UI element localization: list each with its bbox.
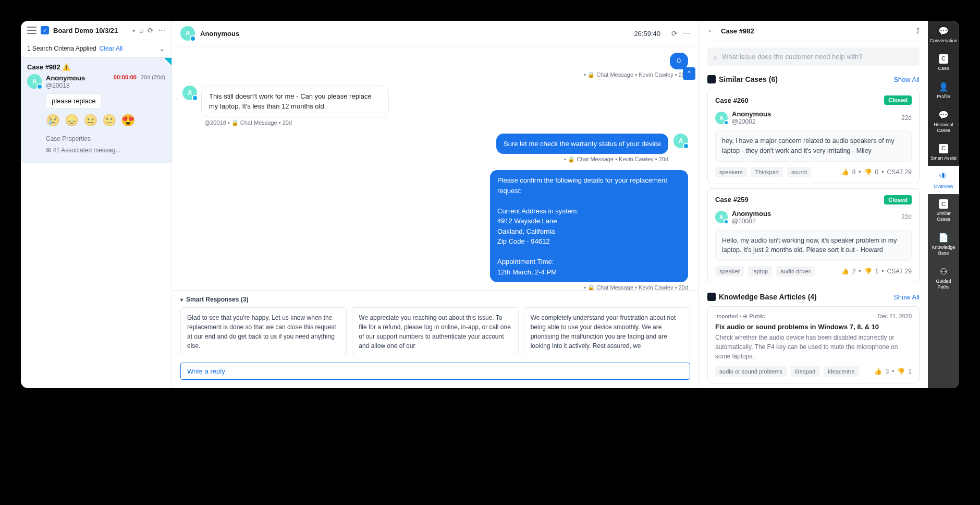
refresh-icon[interactable]: ⟳ xyxy=(671,29,678,38)
case-user-name: Anonymous xyxy=(46,74,109,82)
kb-article-desc: Check whether the audio device has been … xyxy=(715,333,912,361)
collapse-icon[interactable]: ⌄ xyxy=(159,44,165,53)
smart-response-card[interactable]: We completely understand your frustratio… xyxy=(524,307,690,355)
rail-smart-assist[interactable]: CSmart Assist xyxy=(928,139,959,166)
associated-messages-link[interactable]: ✉ 41 Associated messag... xyxy=(46,145,165,157)
kb-title: Knowledge Base Articles (4) xyxy=(719,293,817,301)
kb-article-title[interactable]: Fix audio or sound problems in Windows 7… xyxy=(715,323,912,331)
csat-score: CSAT 29 xyxy=(887,169,912,176)
message-meta: • 🔒 Chat Message • Kevin Cawley • 20d xyxy=(182,284,688,290)
smart-response-card[interactable]: Glad to see that you're happy. Let us kn… xyxy=(180,307,347,355)
more-icon[interactable]: ⋯ xyxy=(158,26,165,34)
show-all-link[interactable]: Show All xyxy=(893,293,920,301)
case-link[interactable]: Case #260 xyxy=(715,97,749,104)
smart-response-card[interactable]: We appreciate you reaching out about thi… xyxy=(352,307,518,355)
emoji-sad-icon[interactable]: 😞 xyxy=(65,114,78,127)
tag[interactable]: ideapad xyxy=(791,366,819,377)
reply-input-container[interactable] xyxy=(180,363,690,380)
avatar: A xyxy=(180,26,195,41)
case-link[interactable]: Case #259 xyxy=(715,196,749,203)
case-icon: C xyxy=(939,54,948,64)
message-bubble: This still doesn't work for me - Can you… xyxy=(201,86,389,117)
message-meta: @20018 • 🔒 Chat Message • 20d xyxy=(204,119,688,126)
similar-case-card[interactable]: Case #259 Closed A Anonymous @20002 22d … xyxy=(707,188,920,284)
conversation-icon: 💬 xyxy=(938,26,949,36)
rail-conversation[interactable]: 💬Conversation xyxy=(928,21,959,49)
csat-score: CSAT 29 xyxy=(887,268,912,275)
tag[interactable]: speaker xyxy=(715,266,744,276)
avatar: A xyxy=(715,211,728,223)
profile-icon: 👤 xyxy=(938,82,949,92)
message-meta: • 🔒 Chat Message • Kevin Cawley • 20d xyxy=(182,156,668,163)
status-badge: Closed xyxy=(884,95,912,105)
clear-all-link[interactable]: Clear All xyxy=(100,45,123,52)
paths-icon: ⚇ xyxy=(940,267,947,276)
issue-search-input[interactable]: ⌕ What issue does the customer need help… xyxy=(707,47,920,66)
tag[interactable]: laptop xyxy=(748,266,772,276)
kb-date: Dec 21, 2020 xyxy=(878,313,912,320)
scroll-top-button[interactable]: ⌃ xyxy=(683,67,695,80)
refresh-icon[interactable]: ⟳ xyxy=(148,26,154,34)
emoji-row[interactable]: 😢 😞 😐 🙂 😍 xyxy=(27,114,165,127)
avatar: A xyxy=(182,86,197,100)
chevron-down-icon[interactable]: ▾ xyxy=(132,28,135,33)
reply-input[interactable] xyxy=(187,367,683,375)
show-all-link[interactable]: Show All xyxy=(893,76,920,83)
message-chip: please replace xyxy=(46,93,102,109)
emoji-neutral-icon[interactable]: 😐 xyxy=(83,114,97,127)
emoji-hearteyes-icon[interactable]: 😍 xyxy=(121,114,134,127)
tag[interactable]: ideacentre xyxy=(824,366,859,377)
similar-case-card[interactable]: Case #260 Closed A Anonymous @20002 22d … xyxy=(707,89,920,184)
status-badge: Closed xyxy=(884,195,912,205)
search-icon[interactable]: ⌕ xyxy=(139,26,143,34)
avatar: A xyxy=(673,134,688,148)
smart-responses-title[interactable]: Smart Responses (3) xyxy=(180,296,690,303)
thumb-up-icon[interactable]: 👍 xyxy=(841,268,849,275)
avatar: A xyxy=(27,74,42,89)
conversation-user-name: Anonymous xyxy=(200,30,629,38)
search-criteria-label: 1 Search Criteria Applied xyxy=(27,45,96,52)
emoji-crying-icon[interactable]: 😢 xyxy=(46,114,59,127)
tag[interactable]: speakers xyxy=(715,167,747,177)
avatar: A xyxy=(715,112,728,124)
rail-guided-paths[interactable]: ⚇Guided Paths xyxy=(928,261,959,295)
board-title[interactable]: Board Demo 10/3/21 xyxy=(53,27,128,34)
message-bubble: Please confirm the following details for… xyxy=(490,170,688,282)
back-arrow-icon[interactable]: ← xyxy=(707,26,716,35)
thumb-up-icon[interactable]: 👍 xyxy=(874,368,882,375)
more-icon[interactable]: ⋯ xyxy=(683,29,690,38)
thumb-up-icon[interactable]: 👍 xyxy=(841,169,849,176)
user-handle: @20002 xyxy=(732,218,771,225)
rail-overview[interactable]: 👁Overview xyxy=(928,166,959,194)
case-body: Hello, my audio isn't working now, it's … xyxy=(715,230,912,261)
rail-historical-cases[interactable]: 💬Historical Cases xyxy=(928,105,959,139)
thumb-down-icon[interactable]: 👎 xyxy=(897,368,905,375)
emoji-happy-icon[interactable]: 🙂 xyxy=(102,114,116,127)
tag[interactable]: audio or sound problems xyxy=(715,366,787,377)
similar-cases-icon xyxy=(707,75,716,83)
rail-case[interactable]: CCase xyxy=(928,49,959,77)
tag[interactable]: Thinkpad xyxy=(751,167,783,177)
panel-title: Case #982 xyxy=(721,27,911,35)
kb-source: Imported • ⊕ Public xyxy=(715,313,765,320)
case-body: hey, i have a major concern related to a… xyxy=(715,130,912,162)
tag[interactable]: audio driver xyxy=(776,266,814,276)
rail-profile[interactable]: 👤Profile xyxy=(928,77,959,105)
thumb-down-icon[interactable]: 👎 xyxy=(864,268,872,275)
share-icon[interactable]: ⤴ xyxy=(916,27,920,35)
message-meta: • 🔒 Chat Message • Kevin Cawley • 20d xyxy=(182,71,688,78)
similar-cases-title: Similar Cases (6) xyxy=(719,75,778,83)
case-user-handle: @20018 xyxy=(46,82,109,89)
case-age: 20d (20d) xyxy=(141,74,165,80)
rail-similar-cases[interactable]: CSimilar Cases xyxy=(928,194,959,227)
kb-article-card[interactable]: Imported • ⊕ Public Dec 21, 2020 Fix aud… xyxy=(707,306,920,383)
case-properties-link[interactable]: Case Properties xyxy=(46,134,165,145)
rail-knowledge-base[interactable]: 📄Knowledge Base xyxy=(928,227,959,261)
search-icon: ⌕ xyxy=(714,53,718,61)
message-bubble: Sure let me check the warranty status of… xyxy=(496,134,668,154)
tag[interactable]: sound xyxy=(787,167,811,177)
conversation-timer: 26:59:40 xyxy=(634,30,660,38)
thumb-down-icon[interactable]: 👎 xyxy=(864,169,872,176)
case-card[interactable]: Case #982 ⚠️ A Anonymous @20018 00:00:00… xyxy=(21,57,172,163)
menu-icon[interactable] xyxy=(27,27,36,34)
